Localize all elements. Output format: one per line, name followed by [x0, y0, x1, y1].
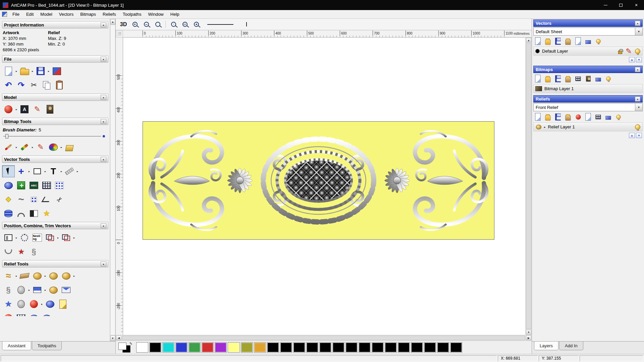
- panel-tab[interactable]: Toolpaths: [32, 342, 62, 350]
- zoom-out-icon[interactable]: [141, 20, 151, 29]
- rollup-icon[interactable]: [101, 157, 106, 162]
- align-vectors-icon[interactable]: [2, 232, 15, 244]
- palette-swatch[interactable]: [280, 342, 292, 353]
- palette-swatch[interactable]: [267, 342, 279, 353]
- rollup-icon[interactable]: [635, 21, 640, 26]
- palette-swatch[interactable]: [189, 342, 201, 353]
- extrude-relief-icon[interactable]: [28, 298, 40, 310]
- relief-grid-icon[interactable]: [595, 114, 601, 120]
- paint-icon[interactable]: [2, 141, 15, 153]
- face-wizard-icon[interactable]: [15, 298, 28, 310]
- rollup-icon[interactable]: [101, 22, 106, 27]
- zoom-fit-icon[interactable]: [180, 20, 190, 29]
- relief-select[interactable]: Front Relief: [533, 103, 643, 111]
- toggle-relief-visibility-icon[interactable]: [615, 114, 622, 120]
- envelope-distortion-icon[interactable]: [60, 284, 72, 296]
- font-editor-icon[interactable]: [18, 103, 31, 115]
- two-rail-sweep-icon[interactable]: [60, 270, 72, 282]
- combine-vectors-icon[interactable]: [44, 232, 56, 244]
- flyout-arrow-icon[interactable]: [56, 232, 60, 244]
- move-layer-up-icon[interactable]: [629, 133, 635, 138]
- open-model-icon[interactable]: [18, 65, 31, 77]
- grid-icon[interactable]: [40, 179, 53, 191]
- flyout-arrow-icon[interactable]: [72, 270, 76, 282]
- layer-colour-swatch[interactable]: [535, 49, 540, 53]
- menu-item[interactable]: Edit: [23, 10, 37, 18]
- save-bitmap-layer-icon[interactable]: [555, 75, 561, 82]
- angled-relief-icon[interactable]: [47, 284, 60, 296]
- fit-spline-icon[interactable]: [28, 193, 40, 205]
- relief-tool-icon[interactable]: [15, 312, 28, 316]
- palette-swatch[interactable]: [424, 342, 436, 353]
- flyout-arrow-icon[interactable]: [40, 298, 44, 310]
- flyout-arrow-icon[interactable]: [15, 270, 18, 282]
- scrollbar-thumb[interactable]: [122, 336, 525, 340]
- view-3d-button[interactable]: 3D: [118, 20, 128, 29]
- paste-icon[interactable]: [53, 79, 66, 91]
- bitmap-layer-row[interactable]: Bitmap Layer 1: [533, 84, 643, 93]
- flyout-arrow-icon[interactable]: [28, 284, 31, 296]
- palette-swatch[interactable]: [398, 342, 410, 353]
- scroll-left-icon[interactable]: ◀: [116, 336, 121, 340]
- new-vector-layer-icon[interactable]: [535, 38, 541, 44]
- add-clipart-icon[interactable]: [2, 103, 15, 115]
- rollup-icon[interactable]: [101, 261, 106, 266]
- rollup-icon[interactable]: [101, 57, 106, 62]
- palette-swatch[interactable]: [149, 342, 161, 353]
- undo-icon[interactable]: [2, 79, 15, 91]
- zoom-last-icon[interactable]: [153, 20, 163, 29]
- palette-swatch[interactable]: [450, 342, 462, 353]
- edit-colour-icon[interactable]: [129, 342, 132, 346]
- menu-item[interactable]: Toolpaths: [119, 10, 145, 18]
- palette-swatch[interactable]: [293, 342, 305, 353]
- expand-icon[interactable]: [544, 125, 546, 129]
- export-relief-icon[interactable]: [585, 114, 591, 120]
- rollup-icon[interactable]: [101, 119, 106, 124]
- weave-wizard-icon[interactable]: [15, 284, 28, 296]
- block-copy-icon[interactable]: [53, 179, 66, 191]
- trim-vectors-icon[interactable]: [60, 232, 72, 244]
- star-relief-icon[interactable]: [2, 298, 15, 310]
- snip-vector-icon[interactable]: [53, 193, 66, 205]
- maximize-button[interactable]: [613, 0, 629, 10]
- move-layer-down-icon[interactable]: [636, 57, 642, 62]
- palette-swatch[interactable]: [202, 342, 214, 353]
- scroll-down-icon[interactable]: ▼: [110, 336, 115, 341]
- flyout-arrow-icon[interactable]: [60, 165, 63, 177]
- panel-tab[interactable]: Layers: [534, 342, 558, 350]
- new-bitmap-layer-icon[interactable]: [535, 75, 541, 82]
- palette-swatch[interactable]: [385, 342, 397, 353]
- rollup-icon[interactable]: [635, 67, 640, 72]
- import-model-icon[interactable]: [50, 65, 63, 77]
- redo-icon[interactable]: [15, 79, 28, 91]
- scroll-down-icon[interactable]: ▼: [526, 330, 531, 335]
- relief-tool-icon[interactable]: [28, 312, 40, 316]
- polyline-icon[interactable]: [40, 193, 53, 205]
- line-width-widget[interactable]: [207, 22, 247, 26]
- palette-swatch[interactable]: [215, 342, 227, 353]
- palette-swatch[interactable]: [359, 342, 371, 353]
- measure-icon[interactable]: [63, 165, 76, 177]
- menu-item[interactable]: Bitmaps: [77, 10, 99, 18]
- relief-tool-icon[interactable]: [2, 312, 15, 316]
- toggle-bitmap-visibility-icon[interactable]: [605, 75, 611, 82]
- open-vector-layer-icon[interactable]: [545, 38, 551, 44]
- palette-swatch[interactable]: [241, 342, 253, 353]
- smooth-relief-icon[interactable]: [2, 270, 15, 282]
- zoom-in-icon[interactable]: [130, 20, 140, 29]
- menu-item[interactable]: File: [9, 10, 23, 18]
- visibility-icon[interactable]: [634, 124, 641, 130]
- palette-swatch[interactable]: [332, 342, 344, 353]
- rollup-icon[interactable]: [101, 95, 106, 100]
- menu-item[interactable]: Reliefs: [99, 10, 119, 18]
- relief-tool-icon[interactable]: [40, 312, 53, 316]
- spin-vectors-icon[interactable]: [28, 246, 40, 258]
- palette-swatch[interactable]: [162, 342, 174, 353]
- flyout-arrow-icon[interactable]: [76, 165, 79, 177]
- flyout-arrow-icon[interactable]: [44, 284, 47, 296]
- create-text-icon[interactable]: T: [47, 165, 60, 177]
- create-star-icon[interactable]: [40, 207, 53, 220]
- palette-swatch[interactable]: [175, 342, 187, 353]
- save-vector-layer-icon[interactable]: [555, 38, 561, 44]
- drawing-canvas[interactable]: [123, 38, 525, 335]
